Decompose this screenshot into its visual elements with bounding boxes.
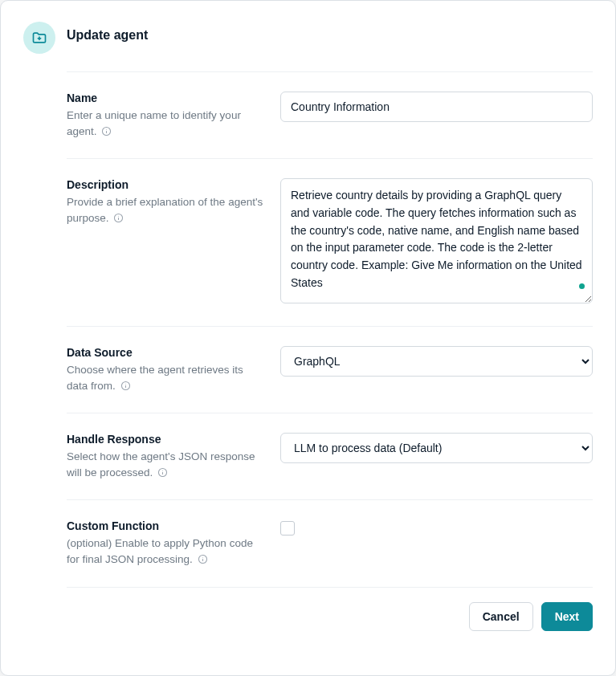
update-agent-modal: Update agent Name Enter a unique name to…	[0, 0, 616, 676]
handle-response-help: Select how the agent's JSON response wil…	[67, 449, 266, 480]
data-source-help-text: Choose where the agent retrieves its dat…	[67, 364, 243, 392]
custom-function-help: (optional) Enable to apply Python code f…	[67, 536, 266, 567]
modal-header: Update agent	[23, 22, 593, 54]
field-label-group: Handle Response Select how the agent's J…	[67, 433, 266, 480]
description-textarea[interactable]	[280, 178, 593, 303]
name-help: Enter a unique name to identify your age…	[67, 108, 266, 139]
svg-point-5	[125, 383, 126, 384]
field-label-group: Data Source Choose where the agent retri…	[67, 346, 266, 393]
modal-content: Name Enter a unique name to identify you…	[67, 71, 593, 631]
name-help-text: Enter a unique name to identify your age…	[67, 109, 241, 137]
data-source-select[interactable]: GraphQL	[280, 346, 593, 377]
svg-point-1	[106, 128, 107, 129]
field-row-custom-function: Custom Function (optional) Enable to app…	[67, 500, 593, 586]
field-label-group: Custom Function (optional) Enable to app…	[67, 519, 266, 567]
info-icon	[113, 213, 124, 223]
modal-title: Update agent	[67, 28, 148, 43]
folder-plus-icon	[23, 22, 55, 54]
name-label: Name	[67, 92, 266, 104]
field-row-data-source: Data Source Choose where the agent retri…	[67, 327, 593, 413]
custom-function-label: Custom Function	[67, 519, 266, 532]
field-label-group: Description Provide a brief explanation …	[67, 178, 266, 307]
info-icon	[101, 126, 112, 136]
modal-footer: Cancel Next	[67, 588, 593, 631]
field-row-name: Name Enter a unique name to identify you…	[67, 72, 593, 158]
svg-point-7	[162, 470, 163, 471]
data-source-label: Data Source	[67, 346, 266, 359]
field-row-description: Description Provide a brief explanation …	[67, 159, 593, 326]
description-label: Description	[67, 178, 266, 191]
field-label-group: Name Enter a unique name to identify you…	[67, 92, 266, 139]
cancel-button[interactable]: Cancel	[469, 602, 533, 631]
info-icon	[198, 554, 208, 564]
svg-point-9	[202, 557, 203, 558]
description-help: Provide a brief explanation of the agent…	[67, 194, 266, 226]
custom-function-help-text: (optional) Enable to apply Python code f…	[67, 537, 253, 565]
name-input[interactable]	[280, 92, 593, 122]
svg-point-3	[118, 215, 119, 216]
next-button[interactable]: Next	[541, 602, 593, 631]
handle-response-label: Handle Response	[67, 433, 266, 446]
info-icon	[157, 467, 168, 478]
data-source-help: Choose where the agent retrieves its dat…	[67, 362, 266, 393]
handle-response-select[interactable]: LLM to process data (Default)	[280, 433, 593, 463]
description-help-text: Provide a brief explanation of the agent…	[67, 196, 263, 224]
custom-function-checkbox[interactable]	[280, 521, 295, 536]
info-icon	[120, 381, 131, 391]
field-row-handle-response: Handle Response Select how the agent's J…	[67, 413, 593, 499]
